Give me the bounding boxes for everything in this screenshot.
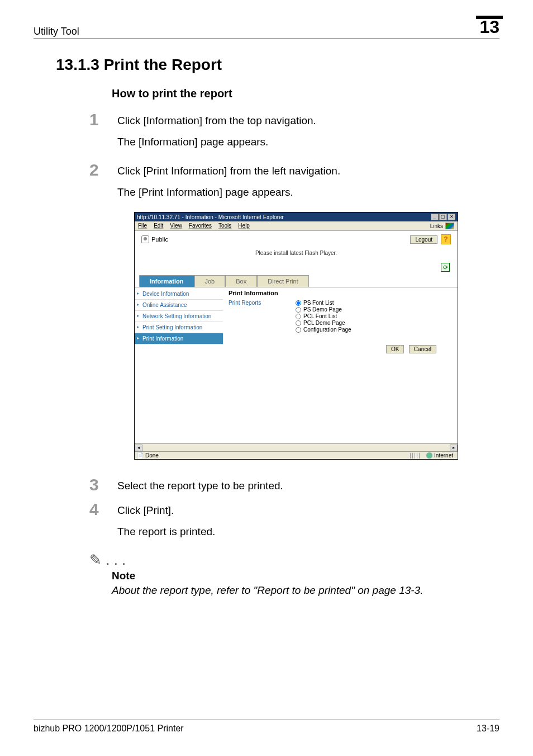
- app-header: Public Logout ?: [135, 231, 458, 248]
- step-subtext: The report is printed.: [117, 526, 499, 538]
- content-row: Print Reports PS Font List PS Demo Page …: [229, 300, 452, 333]
- button-row: OK Cancel: [229, 334, 452, 353]
- section-heading: 13.1.3 Print the Report: [56, 56, 499, 74]
- menu-tools[interactable]: Tools: [218, 223, 231, 229]
- scroll-right-icon[interactable]: ▸: [450, 445, 458, 451]
- step-number: 4: [89, 501, 117, 518]
- footer-product-name: bizhub PRO 1200/1200P/1051 Printer: [34, 724, 184, 734]
- radio-label: PCL Font List: [303, 313, 337, 319]
- sidebar-item-print-setting[interactable]: Print Setting Information: [135, 322, 223, 333]
- refresh-row: ⟳: [135, 262, 458, 275]
- radio-input[interactable]: [296, 327, 301, 333]
- radio-configuration-page[interactable]: Configuration Page: [296, 327, 452, 333]
- minimize-button[interactable]: _: [431, 214, 439, 220]
- header-section-name: Utility Tool: [34, 26, 79, 37]
- step-number: 3: [89, 476, 117, 493]
- step-subtext: The [Print Information] page appears.: [117, 186, 499, 199]
- status-dividers: [410, 453, 421, 459]
- step-number: 2: [89, 162, 117, 178]
- radio-input[interactable]: [296, 300, 301, 306]
- user-icon: [141, 235, 149, 243]
- sidebar-item-network-setting[interactable]: Network Setting Information: [135, 311, 223, 322]
- content-main: Print Information Print Reports PS Font …: [223, 287, 458, 443]
- cancel-button[interactable]: Cancel: [409, 345, 436, 353]
- ie-status-done-text: Done: [145, 452, 159, 459]
- ie-window-title: http://10.11.32.71 - Information - Micro…: [137, 214, 284, 220]
- content-title: Print Information: [229, 290, 452, 296]
- menu-file[interactable]: File: [138, 223, 147, 229]
- scroll-left-icon[interactable]: ◂: [135, 445, 142, 451]
- app-user-area: Public: [141, 235, 168, 243]
- radio-pcl-font-list[interactable]: PCL Font List: [296, 313, 452, 319]
- step-row: 4 Click [Print].: [89, 501, 499, 518]
- sidebar-item-device-info[interactable]: Device Information: [135, 289, 223, 300]
- header-chapter-text: 13: [479, 17, 499, 37]
- print-reports-label: Print Reports: [229, 300, 296, 333]
- radio-label: Configuration Page: [303, 327, 351, 333]
- step-text: Click [Print].: [117, 501, 174, 518]
- step-text: Click [Print Information] from the left …: [117, 162, 340, 178]
- step-text: Select the report type to be printed.: [117, 476, 283, 493]
- close-button[interactable]: ✕: [448, 214, 455, 220]
- radio-label: PS Font List: [303, 300, 334, 306]
- radio-label: PCL Demo Page: [303, 320, 345, 326]
- main-tabs: Information Job Box Direct Print: [139, 275, 458, 287]
- logout-button[interactable]: Logout: [410, 235, 437, 244]
- refresh-icon[interactable]: ⟳: [441, 263, 450, 272]
- radio-ps-font-list[interactable]: PS Font List: [296, 300, 452, 306]
- note-text: About the report type, refer to "Report …: [112, 584, 499, 597]
- ok-button[interactable]: OK: [386, 345, 404, 353]
- footer-page-number: 13-19: [477, 724, 499, 734]
- menu-view[interactable]: View: [170, 223, 182, 229]
- ie-flag-icon: [445, 223, 454, 229]
- page-header: Utility Tool 13: [34, 17, 499, 39]
- ie-status-zone-text: Internet: [434, 452, 453, 459]
- content-area: Device Information Online Assistance Net…: [135, 287, 458, 443]
- radio-pcl-demo-page[interactable]: PCL Demo Page: [296, 320, 452, 326]
- app-header-right: Logout ?: [410, 234, 451, 244]
- step-row: 3 Select the report type to be printed.: [89, 476, 499, 493]
- header-accent-line: [476, 16, 503, 19]
- sidebar: Device Information Online Assistance Net…: [135, 287, 223, 443]
- ie-titlebar: http://10.11.32.71 - Information - Micro…: [135, 212, 458, 221]
- tab-box[interactable]: Box: [225, 275, 257, 287]
- note-heading: Note: [112, 570, 499, 582]
- step-row: 1 Click [Information] from the top navig…: [89, 111, 499, 128]
- help-icon[interactable]: ?: [441, 234, 451, 244]
- ie-horizontal-scrollbar[interactable]: ◂ ▸: [135, 443, 458, 451]
- radio-input[interactable]: [296, 320, 301, 326]
- step-row: 2 Click [Print Information] from the lef…: [89, 162, 499, 178]
- step-subtext: The [Information] page appears.: [117, 136, 499, 148]
- radio-label: PS Demo Page: [303, 306, 342, 313]
- menu-edit[interactable]: Edit: [154, 223, 163, 229]
- radio-input[interactable]: [296, 314, 301, 319]
- print-reports-options: PS Font List PS Demo Page PCL Font List …: [296, 300, 452, 333]
- ie-links-bar: Links: [430, 223, 454, 229]
- radio-input[interactable]: [296, 307, 301, 313]
- maximize-button[interactable]: ▢: [439, 214, 447, 220]
- sidebar-item-print-info[interactable]: Print Information: [135, 333, 223, 344]
- menu-favorites[interactable]: Favorites: [189, 223, 212, 229]
- radio-ps-demo-page[interactable]: PS Demo Page: [296, 306, 452, 313]
- step-text: Click [Information] from the top navigat…: [117, 111, 316, 128]
- ie-statusbar: 📄 Done Internet: [135, 451, 458, 459]
- header-chapter-number: 13: [479, 17, 499, 37]
- internet-zone-icon: [426, 452, 432, 459]
- ie-status-left: 📄 Done: [137, 452, 159, 459]
- menu-help[interactable]: Help: [238, 223, 250, 229]
- ie-status-right: Internet: [407, 452, 453, 459]
- ie-status-done-icon: 📄: [137, 452, 144, 459]
- flash-install-message: Please install latest Flash Player.: [135, 250, 458, 256]
- user-label: Public: [151, 236, 168, 243]
- embedded-screenshot: http://10.11.32.71 - Information - Micro…: [134, 212, 458, 460]
- tab-job[interactable]: Job: [194, 275, 226, 287]
- ie-links-label[interactable]: Links: [430, 223, 443, 229]
- sub-heading: How to print the report: [112, 87, 499, 100]
- tab-direct-print[interactable]: Direct Print: [257, 275, 308, 287]
- ie-menubar: File Edit View Favorites Tools Help Link…: [135, 221, 458, 231]
- ie-window-buttons: _ ▢ ✕: [431, 214, 455, 220]
- note-icon: ✎ . . .: [89, 551, 499, 569]
- tab-information[interactable]: Information: [139, 275, 194, 287]
- step-number: 1: [89, 111, 117, 128]
- sidebar-item-online-assist[interactable]: Online Assistance: [135, 300, 223, 311]
